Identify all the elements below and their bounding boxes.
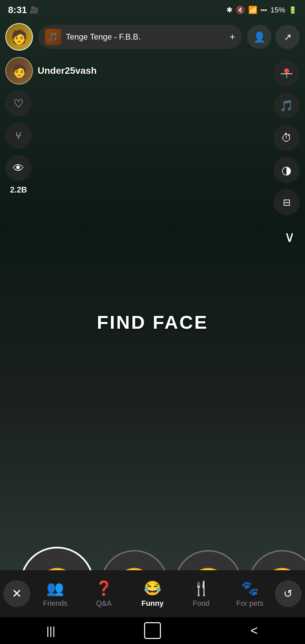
effects-tabs: ✕ 👥 Friends ❓ Q&A 😂 Funny 🍴 Food 🐾 For p… <box>0 570 305 617</box>
music-title: Tenge Tenge - F.B.B. <box>66 32 225 42</box>
contrast-button[interactable]: ◑ <box>273 157 300 183</box>
qa-icon: ❓ <box>95 580 113 596</box>
signal-icon: ▪▪▪ <box>261 7 267 14</box>
status-bar: 8:31 🎥 ✱ 🔇 📶 ▪▪▪ 15% 🔋 <box>0 0 305 20</box>
tab-friends[interactable]: 👥 Friends <box>32 570 79 617</box>
top-right-icons: 👤 ↗ <box>247 25 300 49</box>
tab-qa[interactable]: ❓ Q&A <box>80 570 128 617</box>
share-top-button[interactable]: ↗ <box>275 25 300 49</box>
user-avatar[interactable]: 🧑 <box>5 57 33 85</box>
eye-icon: 👁 <box>13 162 24 175</box>
nav-menu-icon: ||| <box>46 624 55 637</box>
profile-avatar-top[interactable]: 🧑 <box>5 23 33 51</box>
friends-label: Friends <box>43 599 68 608</box>
wifi-icon: 📶 <box>248 6 257 14</box>
music-thumbnail: 🎵 <box>45 29 61 45</box>
share-top-icon: ↗ <box>284 32 292 43</box>
close-icon: ✕ <box>12 587 22 601</box>
user-row: 🧑 Under25vash <box>0 57 305 85</box>
forpets-icon: 🐾 <box>241 580 259 596</box>
username-label: Under25vash <box>38 65 97 76</box>
bluetooth-icon: ✱ <box>226 6 232 14</box>
settings-icon: ⊟ <box>283 197 291 208</box>
nav-home-icon <box>144 622 161 639</box>
location-off-icon: 📍 <box>281 68 293 79</box>
add-friend-button[interactable]: 👤 <box>247 25 271 49</box>
heart-icon: ♡ <box>13 97 24 110</box>
refresh-icon: ↺ <box>284 587 293 600</box>
left-sidebar: ♡ ⑂ 👁 2.2B <box>5 91 32 195</box>
food-label: Food <box>193 599 210 608</box>
status-icons: ✱ 🔇 📶 ▪▪▪ 15% 🔋 <box>226 6 297 14</box>
close-effects-button[interactable]: ✕ <box>3 580 30 607</box>
timer-icon: ⏱ <box>281 132 292 144</box>
mute-icon: 🔇 <box>236 6 245 14</box>
chevron-down-button[interactable]: ∨ <box>284 228 295 245</box>
right-sidebar: 📍 🎵 ⏱ ◑ ⊟ <box>273 60 300 215</box>
views-button[interactable]: 👁 <box>5 155 32 181</box>
view-count: 2.2B <box>5 185 32 195</box>
top-bar: 🧑 🎵 Tenge Tenge - F.B.B. + 👤 ↗ <box>0 20 305 54</box>
refresh-effects-button[interactable]: ↺ <box>275 580 302 607</box>
like-button[interactable]: ♡ <box>5 91 32 117</box>
time-display: 8:31 <box>8 5 27 15</box>
music-pill[interactable]: 🎵 Tenge Tenge - F.B.B. + <box>38 25 242 49</box>
nav-bar: ||| < <box>0 617 305 644</box>
effects-bar: ✕ 👥 Friends ❓ Q&A 😂 Funny 🍴 Food 🐾 For p… <box>0 570 305 644</box>
camera-icon: 🎥 <box>30 6 39 14</box>
tab-food[interactable]: 🍴 Food <box>177 570 225 617</box>
nav-menu-button[interactable]: ||| <box>37 617 64 644</box>
food-icon: 🍴 <box>192 580 210 596</box>
nav-back-button[interactable]: < <box>241 617 268 644</box>
music-note-icon: 🎵 <box>280 99 293 112</box>
status-time: 8:31 🎥 <box>8 5 39 15</box>
share-button[interactable]: ⑂ <box>5 123 32 149</box>
forpets-label: For pets <box>236 599 263 608</box>
nav-back-icon: < <box>251 624 258 638</box>
friends-icon: 👥 <box>46 580 64 596</box>
qa-label: Q&A <box>96 599 112 608</box>
add-friend-icon: 👤 <box>253 31 266 43</box>
video-area <box>0 0 305 570</box>
funny-label: Funny <box>141 599 164 608</box>
timer-button[interactable]: ⏱ <box>273 125 300 151</box>
contrast-icon: ◑ <box>281 163 292 177</box>
tab-forpets[interactable]: 🐾 For pets <box>226 570 273 617</box>
location-off-button[interactable]: 📍 <box>273 60 300 87</box>
battery-display: 15% <box>270 6 285 14</box>
settings-button[interactable]: ⊟ <box>273 189 300 215</box>
nav-home-button[interactable] <box>139 617 166 644</box>
find-face-text: FIND FACE <box>97 311 208 333</box>
funny-icon: 😂 <box>144 580 161 596</box>
music-add-button[interactable]: + <box>230 32 235 42</box>
music-note-button[interactable]: 🎵 <box>273 93 300 119</box>
tab-funny[interactable]: 😂 Funny <box>129 570 176 617</box>
battery-icon: 🔋 <box>289 6 297 14</box>
share-icon: ⑂ <box>15 130 21 142</box>
chevron-down-icon: ∨ <box>284 228 295 245</box>
